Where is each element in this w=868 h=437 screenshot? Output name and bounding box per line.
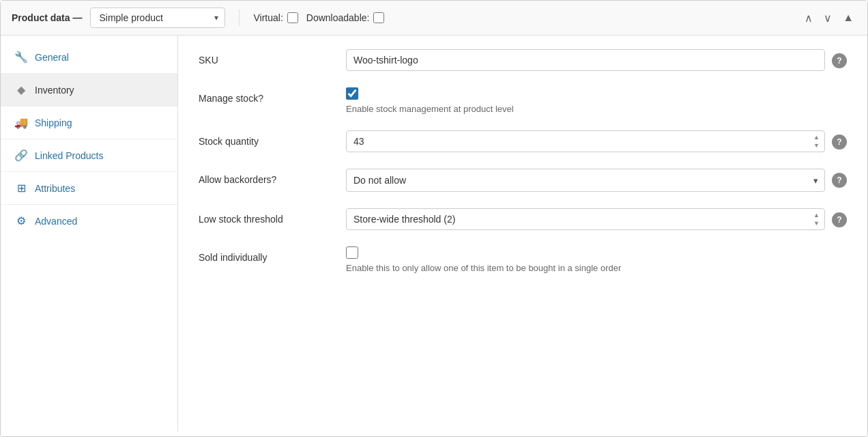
sku-row: SKU ? (199, 49, 847, 71)
low-stock-threshold-row: Low stock threshold ▲ ▼ ? (199, 208, 847, 230)
product-data-title: Product data — (12, 12, 82, 23)
sidebar-item-inventory[interactable]: ◆ Inventory (1, 74, 177, 107)
stock-quantity-label: Stock quantity (199, 130, 335, 147)
sold-individually-label: Sold individually (199, 246, 335, 263)
arrow-up-icon[interactable]: ∧ (802, 10, 815, 26)
downloadable-checkbox[interactable] (373, 12, 384, 23)
stock-quantity-number-wrap: ▲ ▼ (346, 130, 825, 152)
allow-backorders-input-wrap: Do not allow Allow, but notify customer … (346, 169, 847, 192)
arrow-down-icon[interactable]: ∨ (821, 10, 835, 26)
low-stock-threshold-label: Low stock threshold (199, 208, 335, 225)
link-icon: 🔗 (14, 149, 28, 162)
spinner-down-icon[interactable]: ▼ (812, 142, 821, 150)
sku-input[interactable] (346, 49, 825, 71)
sku-help-icon[interactable]: ? (832, 53, 847, 68)
table-icon: ⊞ (14, 182, 28, 195)
sidebar-label-inventory: Inventory (35, 85, 74, 96)
low-stock-spinner-down-icon[interactable]: ▼ (812, 220, 821, 227)
manage-stock-row: Manage stock? Enable stock management at… (199, 87, 847, 114)
allow-backorders-select-wrap: Do not allow Allow, but notify customer … (346, 169, 825, 192)
sold-individually-description: Enable this to only allow one of this it… (346, 263, 847, 273)
diamond-icon: ◆ (14, 83, 28, 96)
sku-input-wrap: ? (346, 49, 847, 71)
wrench-icon: 🔧 (14, 51, 28, 64)
sidebar-item-general[interactable]: 🔧 General (1, 41, 177, 74)
downloadable-checkbox-group: Downloadable: (306, 12, 385, 23)
low-stock-threshold-input-wrap: ▲ ▼ ? (346, 208, 847, 230)
manage-stock-col: Enable stock management at product level (346, 87, 847, 114)
low-stock-threshold-help-icon[interactable]: ? (832, 212, 847, 227)
downloadable-label: Downloadable: (306, 12, 370, 23)
product-type-select[interactable]: Simple product Grouped product External/… (90, 8, 225, 28)
product-data-header: Product data — Simple product Grouped pr… (1, 1, 867, 36)
stock-quantity-row: Stock quantity ▲ ▼ ? (199, 130, 847, 152)
low-stock-threshold-number-wrap: ▲ ▼ (346, 208, 825, 230)
sidebar-item-shipping[interactable]: 🚚 Shipping (1, 107, 177, 139)
header-divider (239, 10, 240, 26)
allow-backorders-help-icon[interactable]: ? (832, 173, 847, 188)
sidebar-label-shipping: Shipping (35, 117, 72, 128)
sidebar-label-advanced: Advanced (35, 216, 77, 227)
manage-stock-label: Manage stock? (199, 87, 335, 104)
arrow-expand-icon[interactable]: ▲ (840, 10, 856, 26)
stock-quantity-help-icon[interactable]: ? (832, 135, 847, 150)
manage-stock-checkbox[interactable] (346, 87, 358, 100)
manage-stock-checkbox-field (346, 87, 847, 100)
stock-quantity-input[interactable] (346, 130, 825, 152)
sidebar-label-general: General (35, 52, 69, 63)
virtual-label: Virtual: (253, 12, 283, 23)
sold-individually-checkbox[interactable] (346, 246, 358, 259)
product-data-body: 🔧 General ◆ Inventory 🚚 Shipping 🔗 Linke… (1, 36, 867, 432)
stock-quantity-spinners: ▲ ▼ (812, 134, 821, 150)
sidebar-item-linked-products[interactable]: 🔗 Linked Products (1, 139, 177, 172)
sidebar-item-attributes[interactable]: ⊞ Attributes (1, 172, 177, 205)
spinner-up-icon[interactable]: ▲ (812, 134, 821, 141)
allow-backorders-row: Allow backorders? Do not allow Allow, bu… (199, 169, 847, 192)
sidebar: 🔧 General ◆ Inventory 🚚 Shipping 🔗 Linke… (1, 36, 178, 432)
low-stock-threshold-input[interactable] (346, 208, 825, 230)
product-type-select-wrap: Simple product Grouped product External/… (90, 8, 225, 28)
manage-stock-description: Enable stock management at product level (346, 104, 847, 114)
sku-label: SKU (199, 49, 335, 66)
sidebar-item-advanced[interactable]: ⚙ Advanced (1, 205, 177, 237)
sidebar-label-attributes: Attributes (35, 183, 75, 194)
virtual-checkbox-group: Virtual: (253, 12, 298, 23)
product-data-panel: Product data — Simple product Grouped pr… (0, 0, 868, 437)
header-arrows: ∧ ∨ ▲ (802, 10, 856, 26)
allow-backorders-label: Allow backorders? (199, 169, 335, 185)
sidebar-label-linked-products: Linked Products (35, 150, 103, 161)
sold-individually-checkbox-field (346, 246, 847, 259)
virtual-checkbox[interactable] (287, 12, 298, 23)
truck-icon: 🚚 (14, 116, 28, 129)
low-stock-spinner-up-icon[interactable]: ▲ (812, 212, 821, 219)
sold-individually-row: Sold individually Enable this to only al… (199, 246, 847, 273)
main-content: SKU ? Manage stock? Enable stock managem… (178, 36, 867, 432)
low-stock-spinners: ▲ ▼ (812, 212, 821, 227)
stock-quantity-input-wrap: ▲ ▼ ? (346, 130, 847, 152)
gear-icon: ⚙ (14, 214, 28, 227)
sold-individually-col: Enable this to only allow one of this it… (346, 246, 847, 273)
allow-backorders-select[interactable]: Do not allow Allow, but notify customer … (346, 169, 825, 192)
